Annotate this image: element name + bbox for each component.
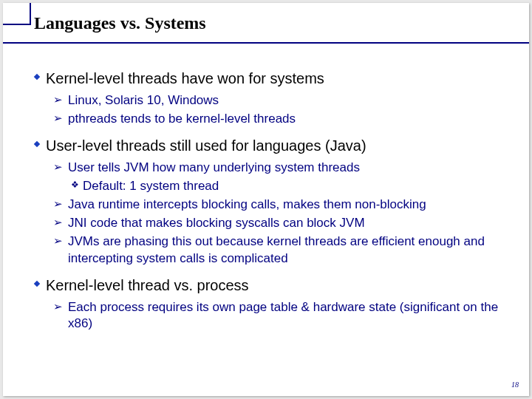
diamond-icon — [33, 69, 46, 81]
svg-rect-0 — [34, 74, 40, 80]
bullet-level1: Kernel-level thread vs. process — [33, 276, 499, 295]
bullet-text: Linux, Solaris 10, Windows — [68, 92, 219, 109]
diamond-icon — [33, 137, 46, 149]
bullet-text: Java runtime intercepts blocking calls, … — [68, 197, 426, 214]
bullet-text: Each process requires its own page table… — [68, 299, 499, 333]
bullet-level2: ➢ User tells JVM how many underlying sys… — [53, 160, 499, 177]
bullet-text: Kernel-level thread vs. process — [46, 276, 249, 295]
bullet-level1: Kernel-level threads have won for system… — [33, 69, 499, 88]
bullet-level1: User-level threads still used for langua… — [33, 137, 499, 155]
corner-decoration — [3, 3, 31, 25]
small-diamond-icon: ❖ — [71, 178, 83, 191]
arrow-icon: ➢ — [53, 233, 68, 248]
bullet-level2: ➢ JVMs are phasing this out because kern… — [53, 233, 499, 267]
bullet-level2: ➢ Java runtime intercepts blocking calls… — [53, 197, 499, 214]
bullet-level2: ➢ pthreads tends to be kernel-level thre… — [53, 111, 499, 128]
bullet-level2: ➢ Linux, Solaris 10, Windows — [53, 92, 499, 109]
arrow-icon: ➢ — [53, 215, 68, 230]
slide-body: Kernel-level threads have won for system… — [33, 61, 499, 332]
bullet-text: User-level threads still used for langua… — [46, 137, 366, 155]
page-number: 18 — [511, 381, 519, 389]
bullet-text: Default: 1 system thread — [83, 178, 219, 195]
bullet-text: Kernel-level threads have won for system… — [46, 69, 324, 88]
svg-rect-2 — [34, 280, 40, 286]
bullet-text: JNI code that makes blocking syscalls ca… — [68, 215, 365, 232]
title-underline — [3, 42, 529, 44]
slide-title: Languages vs. Systems — [34, 13, 206, 33]
arrow-icon: ➢ — [53, 160, 68, 174]
bullet-text: pthreads tends to be kernel-level thread… — [68, 111, 296, 128]
bullet-level3: ❖ Default: 1 system thread — [71, 178, 499, 195]
diamond-icon — [33, 276, 46, 288]
arrow-icon: ➢ — [53, 92, 68, 107]
bullet-text: User tells JVM how many underlying syste… — [68, 160, 360, 177]
svg-rect-1 — [34, 141, 40, 147]
arrow-icon: ➢ — [53, 111, 68, 126]
bullet-text: JVMs are phasing this out because kernel… — [68, 233, 499, 267]
arrow-icon: ➢ — [53, 197, 68, 211]
bullet-level2: ➢ Each process requires its own page tab… — [53, 299, 499, 333]
arrow-icon: ➢ — [53, 299, 68, 314]
slide: Languages vs. Systems Kernel-level threa… — [3, 3, 529, 396]
bullet-level2: ➢ JNI code that makes blocking syscalls … — [53, 215, 499, 232]
